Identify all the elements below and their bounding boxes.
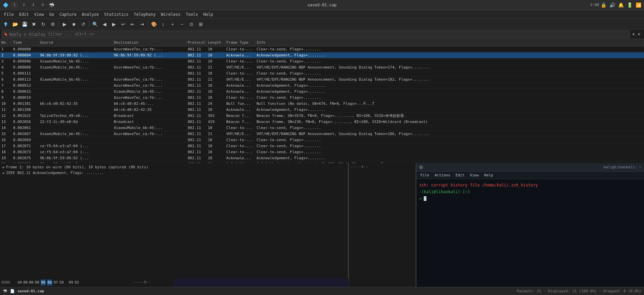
cell-src <box>39 95 112 100</box>
save-button[interactable]: 💾 <box>20 20 29 29</box>
toolbar-sep-3 <box>148 21 148 28</box>
terminal-input-line[interactable]: → <box>419 195 641 202</box>
filter-icon: 🔖 <box>4 32 8 36</box>
hex-byte-92: 92 <box>75 280 79 286</box>
menu-view[interactable]: View <box>32 11 47 18</box>
kali-logo-icon <box>3 2 9 8</box>
hex-offset-line: 0000 <box>1 280 15 286</box>
cell-len: 21 <box>206 77 225 82</box>
taskbar-4[interactable]: 4 <box>39 2 46 8</box>
forward-button[interactable]: ▶ <box>109 20 118 29</box>
status-packets-info: Packets: 21 · Displayed: 21 (100.0%) · D… <box>517 289 641 293</box>
wireshark-icon[interactable]: 🦈 <box>48 2 54 8</box>
col-header-info: Info <box>255 39 644 46</box>
term-menu-view[interactable]: View <box>468 173 481 177</box>
menu-wireless[interactable]: Wireless <box>158 11 183 18</box>
clock-icon: 2:00 <box>592 2 598 8</box>
cell-dst <box>112 149 186 155</box>
menu-file[interactable]: File <box>1 11 16 18</box>
taskbar-3[interactable]: 3 <box>30 2 37 8</box>
table-row[interactable]: 120.001621TpLinkTechno_49:e8:...Broadcas… <box>0 113 644 119</box>
open-button[interactable]: 📂 <box>11 20 19 29</box>
table-row[interactable]: 40.000008XiaomiMobile_bb:45:...AzureWave… <box>0 65 644 71</box>
menu-help[interactable]: Help <box>201 11 216 18</box>
cell-no: 15 <box>0 131 12 137</box>
table-row[interactable]: 90.000019AzureWaveTec_ca:fb:...802.1110C… <box>0 95 644 101</box>
menu-go[interactable]: Go <box>47 11 57 18</box>
autoscroll-button[interactable]: ↕ <box>159 20 168 29</box>
table-row[interactable]: 190.00207596:8b:9f:59:09:92 (...802.1110… <box>0 155 644 161</box>
goto-button[interactable]: ↩ <box>119 20 128 29</box>
filter-expression-button[interactable]: ▼ <box>631 32 636 37</box>
start-capture-button[interactable]: ▶ <box>60 20 69 29</box>
resize-columns-button[interactable]: ⊞ <box>196 20 205 29</box>
restart-capture-button[interactable]: ↺ <box>79 20 88 29</box>
filter-input[interactable] <box>9 32 628 37</box>
table-row[interactable]: 180.002073ce:f5:64:e3:a7:04 (...802.1110… <box>0 149 644 155</box>
term-menu-actions[interactable]: Actions <box>433 173 452 177</box>
term-menu-help[interactable]: Help <box>482 173 495 177</box>
table-row[interactable]: 60.000113XiaomiMobile_bb:45:...AzureWave… <box>0 77 644 83</box>
term-menu-edit[interactable]: Edit <box>454 173 467 177</box>
taskbar-2[interactable]: 2 <box>20 2 28 8</box>
table-row[interactable]: 100.001381b6:c6:d0:82:42:35b6:c6:d0:82:4… <box>0 101 644 107</box>
cell-ftype: Acknowle... <box>225 107 255 113</box>
colorize-button[interactable]: 🎨 <box>149 20 158 29</box>
cell-proto: 802.11 <box>186 119 206 125</box>
titlebar-left: 1 2 3 4 🦈 <box>3 2 54 8</box>
capture-options-button[interactable]: ⚙ <box>48 20 57 29</box>
table-row[interactable]: 70.000013AzureWaveTec_ca:fb:...802.1110A… <box>0 83 644 89</box>
col-header-time: Time <box>12 39 39 46</box>
table-row[interactable]: 50.000111802.1110Clear-to-...Clear-to-se… <box>0 71 644 77</box>
close-capture-button[interactable]: ✖ <box>30 20 38 29</box>
shark-fin-button[interactable] <box>1 20 10 29</box>
table-row[interactable]: 80.000015XiaomiMobile_bb:45:...802.1110A… <box>0 89 644 95</box>
detail-row-ieee[interactable]: ▶ IEEE 802.11 Acknowledgement, Flags: ..… <box>1 170 347 176</box>
hex-ascii-line: ·····Y·· <box>133 280 173 286</box>
cell-time: 0.002071 <box>12 143 39 149</box>
table-row[interactable]: 110.001388b6:c6:d0:82:42:35802.1110Ackno… <box>0 107 644 113</box>
next-packet-button[interactable]: ⇥ <box>138 20 146 29</box>
find-button[interactable]: 🔍 <box>91 20 99 29</box>
cell-dst <box>112 71 186 76</box>
reload-button[interactable]: ↻ <box>39 20 48 29</box>
table-row[interactable]: 160.002069802.1110Clear-to-...Clear-to-s… <box>0 137 644 143</box>
table-row[interactable]: 30.000006XiaomiMobile_bb:45:...802.1110C… <box>0 58 644 65</box>
term-menu-file[interactable]: File <box>418 173 431 177</box>
cell-info: Acknowledgement, Flags=........ <box>255 107 644 113</box>
filter-add-button[interactable]: + <box>636 31 642 37</box>
terminal-error-line: zsh: corrupt history file /home/kali/.zs… <box>419 182 641 188</box>
term-dot-close <box>419 165 423 169</box>
cell-dst <box>112 155 186 161</box>
zoom-in-button[interactable]: + <box>168 20 177 29</box>
table-row[interactable]: 130.00205622:f2:2c:49:e8:0dBroadcast802.… <box>0 119 644 125</box>
stop-capture-button[interactable]: ■ <box>70 20 78 29</box>
cell-no: 4 <box>0 65 12 70</box>
cell-proto: 802.11 <box>186 107 206 113</box>
table-row[interactable]: 170.002071ce:f5:64:e3:a7:04 (...802.1110… <box>0 143 644 149</box>
cell-no: 10 <box>0 101 12 107</box>
detail-row-frame[interactable]: ▶ Frame 2: 10 bytes on wire (80 bits), 1… <box>1 164 347 170</box>
back-button[interactable]: ◀ <box>100 20 109 29</box>
menu-statistics[interactable]: Statistics <box>101 11 131 18</box>
table-row[interactable]: 140.002061XiaomiMobile_bb:45:...802.1110… <box>0 125 644 131</box>
table-row[interactable]: 20.00000496:8b:9f:59:09:92 (...96:8b:9f:… <box>0 52 644 58</box>
main-area: No. Time Source Destination Protocol Len… <box>0 39 644 287</box>
taskbar-1[interactable]: 1 <box>11 2 18 8</box>
toolbar-sep-2 <box>89 21 89 28</box>
menu-analyze[interactable]: Analyze <box>79 11 102 18</box>
prev-packet-button[interactable]: ⇤ <box>128 20 137 29</box>
menu-capture[interactable]: Capture <box>57 11 79 18</box>
menu-tools[interactable]: Tools <box>183 11 200 18</box>
table-row[interactable]: 150.002067XiaomiMobile_bb:45:...AzureWav… <box>0 131 644 137</box>
zoom-out-button[interactable]: − <box>178 20 186 29</box>
cell-len: 10 <box>206 71 225 76</box>
normal-size-button[interactable]: ⊙ <box>187 20 196 29</box>
menu-edit[interactable]: Edit <box>16 11 32 18</box>
table-row[interactable]: 10.000000AzureWaveTec_ca:fb:...802.1110C… <box>0 46 644 52</box>
cell-proto: 802.11 <box>186 131 206 137</box>
cell-dst: b6:c6:d0:82:45:... <box>112 101 186 107</box>
menu-telephony[interactable]: Telephony <box>131 11 158 18</box>
cell-src: 96:8b:9f:59:09:92 (... <box>39 52 112 58</box>
cell-info: Null function (No data), SN=676, FN=0, F… <box>255 101 644 107</box>
